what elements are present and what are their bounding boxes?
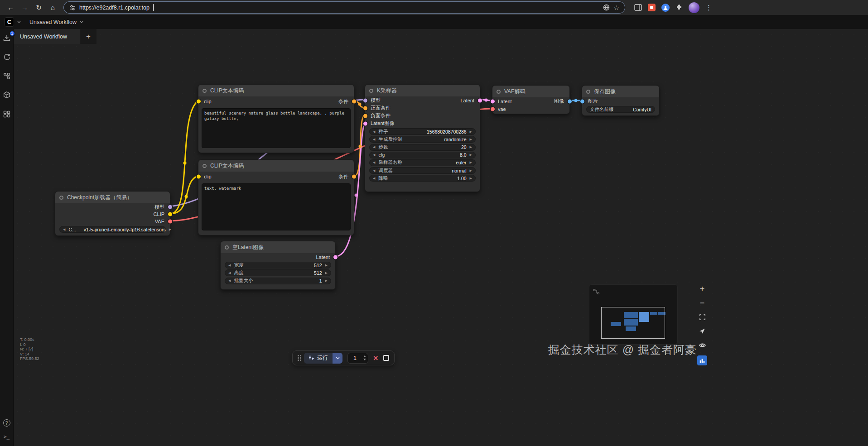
output-slot-image[interactable] [568,99,572,103]
widget-right-arrow-icon[interactable]: ▶ [470,130,472,134]
collapse-dot-icon[interactable] [369,89,373,93]
minimap-viewport[interactable] [601,307,665,339]
widget-left-arrow-icon[interactable]: ◀ [228,271,231,275]
zoom-out-button[interactable]: − [697,297,708,308]
input-slot-clip[interactable] [197,100,201,104]
widget-right-arrow-icon[interactable]: ▶ [325,271,328,275]
widget-left-arrow-icon[interactable]: ◀ [373,130,375,134]
templates-icon[interactable] [2,110,11,119]
prompt-textarea[interactable]: beautiful scenery nature glass bottle la… [202,108,351,148]
node-header[interactable]: 保存图像 [582,86,659,97]
run-options-dropdown[interactable] [333,353,342,364]
input-slot-model[interactable] [363,98,367,102]
decrement-icon[interactable] [363,359,366,360]
node-header[interactable]: K采样器 [365,85,480,96]
bookmark-star-icon[interactable]: ☆ [613,4,619,11]
output-slot-model[interactable] [168,205,172,209]
logo-chevron-icon[interactable] [17,21,21,23]
drag-handle-icon[interactable] [298,355,299,361]
node-header[interactable]: VAE解码 [492,86,569,97]
widget-left-arrow-icon[interactable]: ◀ [373,177,375,180]
widget-right-arrow-icon[interactable]: ▶ [470,161,472,164]
output-slot-vae[interactable] [168,220,172,224]
clear-queue-button[interactable]: × [373,354,378,362]
widget-right-arrow-icon[interactable]: ▶ [470,177,472,180]
url-bar[interactable]: https://e92adf8.r1.cpolar.top ☆ [63,1,625,14]
steps-widget[interactable]: ◀ 步数 20 ▶ [369,144,476,151]
workflow-chevron-icon[interactable] [80,21,83,23]
forward-icon[interactable]: → [19,1,31,14]
browser-menu-icon[interactable]: ⋮ [705,4,712,12]
collapse-dot-icon[interactable] [497,90,501,94]
terminal-logs-icon[interactable]: >_ [4,434,10,440]
output-slot-clip[interactable] [168,212,172,216]
widget-left-arrow-icon[interactable]: ◀ [228,264,231,267]
home-icon[interactable]: ⌂ [47,1,59,14]
run-button[interactable]: 运行 [304,353,333,364]
fit-view-button[interactable] [697,312,708,322]
output-slot-latent[interactable] [478,98,482,102]
new-workflow-tab-button[interactable]: + [80,29,96,44]
ckpt-name-combo-widget[interactable]: ◀ C... v1-5-pruned-emaonly-fp16.safetens… [59,226,166,233]
seed-widget[interactable]: ◀ 种子 156680208700286 ▶ [369,128,476,135]
node-header[interactable]: CLIP文本编码 [198,160,354,172]
widget-right-arrow-icon[interactable]: ▶ [470,145,472,149]
reload-icon[interactable]: ↻ [33,1,45,14]
node-header[interactable]: Checkpoint加载器（简易） [55,192,170,203]
node-clip-text-encode-positive[interactable]: CLIP文本编码 clip 条件 beautiful scenery natur… [198,84,354,153]
minimap-toggle-button[interactable] [697,355,707,365]
workflow-name-menu[interactable]: Unsaved Workflow [29,19,77,25]
input-slot-latent[interactable] [491,99,495,103]
widget-left-arrow-icon[interactable]: ◀ [373,138,375,141]
node-vae-decode[interactable]: VAE解码 Latent 图像 vae [492,85,570,114]
tab-unsaved-workflow[interactable]: Unsaved Workflow [14,29,80,44]
input-slot-image[interactable] [580,99,584,103]
comfyui-logo[interactable]: C [5,17,14,27]
height-widget[interactable]: ◀ 高度 512 ▶ [225,269,331,276]
denoise-widget[interactable]: ◀ 降噪 1.00 ▶ [369,175,476,182]
node-header[interactable]: CLIP文本编码 [198,85,354,96]
widget-right-arrow-icon[interactable]: ▶ [470,138,472,141]
site-settings-icon[interactable] [69,5,76,11]
input-slot-clip[interactable] [197,175,201,179]
widget-right-arrow-icon[interactable]: ▶ [325,279,328,283]
prompt-textarea[interactable]: text, watermark [202,183,351,230]
node-header[interactable]: 空Latent图像 [221,241,335,253]
input-slot-vae[interactable] [491,107,495,111]
combo-right-arrow-icon[interactable]: ▶ [169,228,171,231]
batch-count-stepper[interactable]: 1 [347,353,368,364]
filename-prefix-widget[interactable]: 文件名前缀 ComfyUI [586,106,655,113]
zoom-in-button[interactable]: + [697,283,708,294]
output-slot-conditioning[interactable] [352,100,356,104]
collapse-dot-icon[interactable] [59,196,63,200]
collapse-dot-icon[interactable] [225,245,229,249]
node-checkpoint-loader[interactable]: Checkpoint加载器（简易） 模型 CLIP VAE ◀ C... v1-… [55,191,170,236]
output-slot-latent[interactable] [333,255,338,259]
node-save-image[interactable]: 保存图像 图片 文件名前缀 ComfyUI [582,85,660,116]
width-widget[interactable]: ◀ 宽度 512 ▶ [225,262,331,269]
combo-left-arrow-icon[interactable]: ◀ [63,228,65,231]
back-icon[interactable]: ← [5,1,17,14]
increment-icon[interactable] [363,355,366,357]
collapse-dot-icon[interactable] [586,90,590,94]
help-icon[interactable]: ? [3,419,10,427]
widget-left-arrow-icon[interactable]: ◀ [228,279,231,283]
extensions-puzzle-icon[interactable] [675,4,683,11]
input-slot-negative[interactable] [363,114,367,118]
scheduler-widget[interactable]: ◀ 调度器 normal ▶ [369,167,476,174]
toggle-visibility-button[interactable] [697,340,708,350]
control-after-generate-widget[interactable]: ◀ 生成后控制 randomize ▶ [369,136,476,143]
widget-left-arrow-icon[interactable]: ◀ [373,153,375,157]
node-ksampler[interactable]: K采样器 模型 Latent 正面条件 负面条件 Latent图像 ◀ 种子 1… [365,84,480,192]
node-empty-latent-image[interactable]: 空Latent图像 Latent ◀ 宽度 512 ▶ ◀ 高度 512 ▶ ◀… [220,241,336,290]
widget-right-arrow-icon[interactable]: ▶ [470,169,472,173]
url-text[interactable]: https://e92adf8.r1.cpolar.top [79,5,149,11]
sampler-name-widget[interactable]: ◀ 采样器名称 euler ▶ [369,159,476,166]
model-library-icon[interactable] [2,91,11,100]
batch-size-widget[interactable]: ◀ 批量大小 1 ▶ [225,278,331,284]
widget-left-arrow-icon[interactable]: ◀ [373,145,375,149]
input-slot-latent-image[interactable] [363,121,367,125]
extension-orange-icon[interactable] [648,4,656,11]
workflows-icon[interactable] [2,53,11,62]
select-mode-button[interactable] [697,326,708,336]
